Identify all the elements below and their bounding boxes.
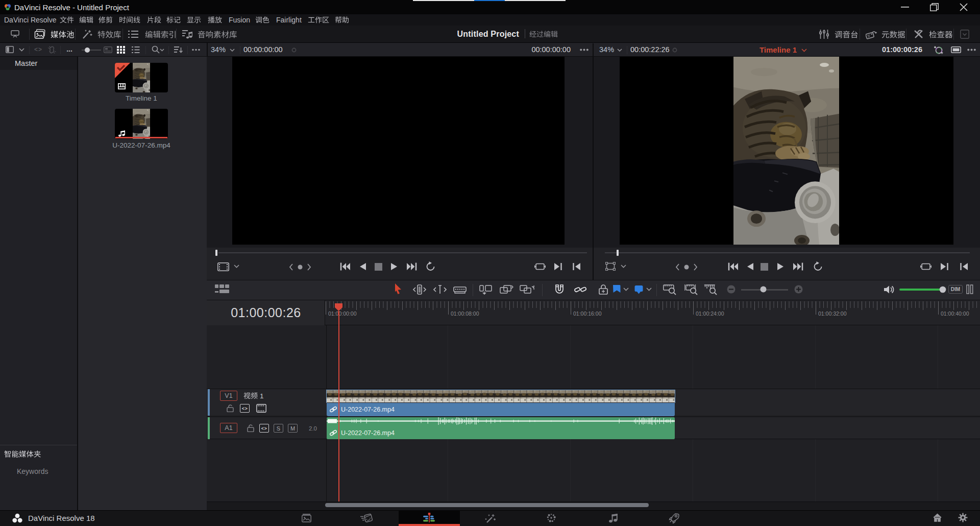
svg-text:01:00:24:00: 01:00:24:00 [696, 310, 724, 317]
svg-text:01:00:40:00: 01:00:40:00 [941, 310, 969, 317]
svg-text:01:00:32:00: 01:00:32:00 [818, 310, 847, 317]
svg-text:01:00:08:00: 01:00:08:00 [451, 310, 479, 317]
svg-text:01:00:16:00: 01:00:16:00 [573, 310, 602, 317]
